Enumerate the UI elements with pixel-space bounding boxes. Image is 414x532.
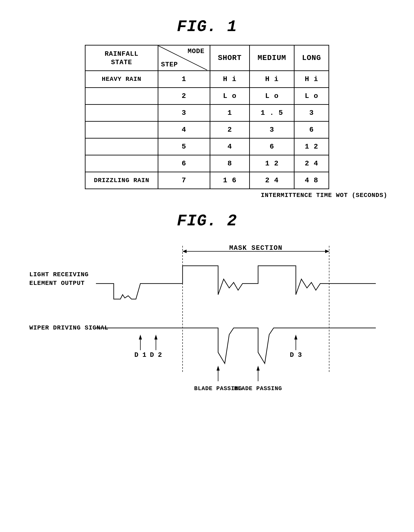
svg-text:D 1: D 1 bbox=[134, 351, 146, 359]
rainfall-state-cell bbox=[85, 122, 158, 138]
medium-cell: 2 4 bbox=[250, 172, 294, 189]
waveform-container: LIGHT RECEIVINGELEMENT OUTPUT WIPER DRIV… bbox=[29, 239, 385, 417]
svg-marker-17 bbox=[217, 366, 220, 370]
short-cell: 8 bbox=[210, 155, 250, 172]
table-row: 4236 bbox=[85, 122, 329, 138]
step-cell: 7 bbox=[158, 172, 210, 189]
medium-header: MEDIUM bbox=[250, 45, 294, 71]
short-cell: H i bbox=[210, 71, 250, 88]
svg-marker-14 bbox=[294, 335, 297, 340]
long-cell: 3 bbox=[294, 104, 329, 122]
long-cell: H i bbox=[294, 71, 329, 88]
long-cell: L o bbox=[294, 88, 329, 104]
short-header: SHORT bbox=[210, 45, 250, 71]
medium-cell: 1 2 bbox=[250, 155, 294, 172]
svg-marker-5 bbox=[325, 250, 329, 253]
step-cell: 5 bbox=[158, 138, 210, 155]
step-cell: 4 bbox=[158, 122, 210, 138]
fig1-section: FIG. 1 RAINFALL STATE MODE STEP SHORT ME… bbox=[18, 18, 396, 199]
long-cell: 4 8 bbox=[294, 172, 329, 189]
table-header-row: RAINFALL STATE MODE STEP SHORT MEDIUM LO… bbox=[85, 45, 329, 71]
fig2-title: FIG. 2 bbox=[18, 212, 396, 230]
step-cell: 2 bbox=[158, 88, 210, 104]
table-row: HEAVY RAIN1H iH iH i bbox=[85, 71, 329, 88]
svg-marker-19 bbox=[257, 366, 260, 370]
rainfall-state-cell bbox=[85, 155, 158, 172]
long-cell: 1 2 bbox=[294, 138, 329, 155]
table-caption: INTERMITTENCE TIME WOT (SECONDS) bbox=[261, 192, 387, 199]
step-label: STEP bbox=[161, 61, 178, 68]
medium-cell: L o bbox=[250, 88, 294, 104]
rainfall-state-cell: DRIZZLING RAIN bbox=[85, 172, 158, 189]
long-header: LONG bbox=[294, 45, 329, 71]
long-cell: 6 bbox=[294, 122, 329, 138]
table-row: 2L oL oL o bbox=[85, 88, 329, 104]
waveform-svg: MASK SECTION D 1 D 2 D 3 bbox=[96, 239, 376, 395]
step-cell: 1 bbox=[158, 71, 210, 88]
table-row: 5461 2 bbox=[85, 138, 329, 155]
table-row: 311 . 53 bbox=[85, 104, 329, 122]
medium-cell: 6 bbox=[250, 138, 294, 155]
data-table: RAINFALL STATE MODE STEP SHORT MEDIUM LO… bbox=[85, 45, 329, 189]
table-row: DRIZZLING RAIN71 62 44 8 bbox=[85, 172, 329, 189]
short-cell: 4 bbox=[210, 138, 250, 155]
short-cell: 1 6 bbox=[210, 172, 250, 189]
svg-marker-11 bbox=[154, 335, 157, 340]
svg-text:BLADE PASSING: BLADE PASSING bbox=[234, 385, 282, 392]
svg-text:MASK SECTION: MASK SECTION bbox=[229, 244, 282, 252]
table-row: 681 22 4 bbox=[85, 155, 329, 172]
fig1-title: FIG. 1 bbox=[177, 18, 237, 36]
svg-text:D 2: D 2 bbox=[150, 351, 162, 359]
svg-marker-4 bbox=[183, 250, 187, 253]
medium-cell: 1 . 5 bbox=[250, 104, 294, 122]
short-cell: 2 bbox=[210, 122, 250, 138]
mode-label: MODE bbox=[188, 48, 204, 55]
rainfall-state-cell bbox=[85, 88, 158, 104]
mode-step-diagonal-cell: MODE STEP bbox=[158, 45, 210, 71]
rainfall-state-cell bbox=[85, 138, 158, 155]
long-cell: 2 4 bbox=[294, 155, 329, 172]
rainfall-state-header: RAINFALL STATE bbox=[85, 45, 158, 71]
light-receiving-label: LIGHT RECEIVINGELEMENT OUTPUT bbox=[29, 270, 89, 287]
medium-cell: 3 bbox=[250, 122, 294, 138]
svg-text:D 3: D 3 bbox=[290, 351, 302, 359]
rainfall-state-cell bbox=[85, 104, 158, 122]
rainfall-state-cell: HEAVY RAIN bbox=[85, 71, 158, 88]
medium-cell: H i bbox=[250, 71, 294, 88]
step-cell: 3 bbox=[158, 104, 210, 122]
short-cell: L o bbox=[210, 88, 250, 104]
svg-marker-8 bbox=[139, 335, 142, 340]
short-cell: 1 bbox=[210, 104, 250, 122]
step-cell: 6 bbox=[158, 155, 210, 172]
fig2-section: FIG. 2 LIGHT RECEIVINGELEMENT OUTPUT WIP… bbox=[18, 212, 396, 417]
